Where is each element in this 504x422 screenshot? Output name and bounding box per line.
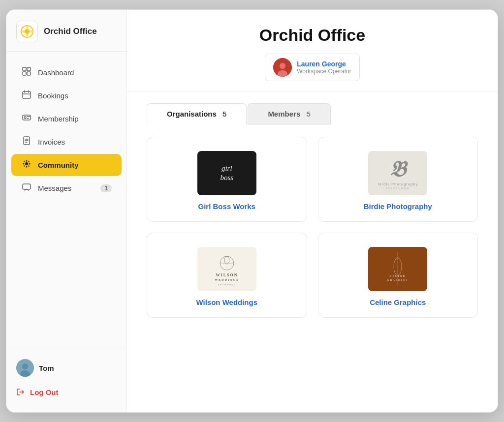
- operator-card[interactable]: Lauren George Workspace Operator: [265, 54, 360, 81]
- tab-organisations-count: 5: [222, 110, 226, 118]
- operator-role: Workspace Operator: [297, 68, 351, 75]
- svg-point-26: [29, 163, 31, 165]
- svg-text:EDINBURGH: EDINBURGH: [218, 283, 236, 286]
- tabs-bar: Organisations 5 Members 5: [147, 103, 478, 125]
- membership-icon: [21, 113, 32, 124]
- messages-icon: [21, 182, 32, 194]
- main-content: Orchid Office Lauren George Workspace Op…: [127, 10, 498, 412]
- svg-point-25: [23, 163, 25, 165]
- sidebar-item-dashboard[interactable]: Dashboard: [11, 61, 122, 84]
- sidebar-item-messages[interactable]: Messages 1: [11, 177, 122, 199]
- membership-label: Membership: [38, 115, 79, 123]
- tab-members[interactable]: Members 5: [248, 103, 330, 125]
- app-window: Orchid Office Dashboard: [6, 9, 498, 413]
- sidebar: Orchid Office Dashboard: [6, 10, 127, 412]
- org-card-celine-graphics[interactable]: CELINE GRAPHICS Celine Graphics: [318, 233, 478, 318]
- community-label: Community: [38, 161, 79, 169]
- org-name-wilson-weddings: Wilson Weddings: [196, 298, 257, 306]
- bookings-label: Bookings: [38, 91, 68, 100]
- operator-name: Lauren George: [297, 60, 351, 68]
- svg-rect-31: [23, 184, 31, 189]
- sidebar-item-bookings[interactable]: Bookings: [11, 85, 122, 107]
- tab-organisations[interactable]: Organisations 5: [147, 103, 247, 125]
- logout-label: Log Out: [30, 388, 58, 396]
- svg-point-22: [25, 162, 28, 165]
- svg-text:WILSON: WILSON: [216, 273, 238, 277]
- svg-point-24: [26, 166, 28, 168]
- org-name-celine-graphics: Celine Graphics: [370, 298, 426, 306]
- dashboard-icon: [21, 67, 32, 78]
- org-name-birdie-photography: Birdie Photography: [364, 202, 432, 211]
- svg-point-15: [24, 117, 26, 119]
- dashboard-label: Dashboard: [38, 68, 74, 77]
- svg-text:GRAPHICS: GRAPHICS: [387, 279, 408, 281]
- bookings-icon: [21, 90, 32, 101]
- svg-text:CELINE: CELINE: [390, 274, 406, 277]
- invoices-icon: [21, 136, 32, 148]
- svg-point-3: [26, 33, 29, 37]
- org-logo-girl-boss-works: girl boss: [197, 151, 256, 195]
- svg-text:EDINBURGH: EDINBURGH: [386, 187, 410, 190]
- svg-point-29: [24, 165, 25, 166]
- main-header: Orchid Office Lauren George Workspace Op…: [127, 10, 498, 91]
- svg-point-5: [29, 30, 32, 33]
- svg-point-28: [28, 161, 29, 162]
- svg-point-33: [22, 363, 28, 369]
- svg-point-30: [28, 165, 29, 166]
- svg-text:Birdie Photography: Birdie Photography: [378, 182, 417, 186]
- messages-badge: 1: [100, 184, 112, 192]
- sidebar-item-invoices[interactable]: Invoices: [11, 131, 122, 153]
- organisations-grid: girl boss Girl Boss Works 𝔅 Birdie Photo…: [127, 125, 498, 332]
- sidebar-logo[interactable]: Orchid Office: [6, 10, 126, 52]
- svg-rect-6: [23, 67, 26, 71]
- sidebar-item-membership[interactable]: Membership: [11, 108, 122, 130]
- page-title: Orchid Office: [259, 26, 365, 45]
- org-logo-celine-graphics: CELINE GRAPHICS: [368, 247, 427, 291]
- sidebar-nav: Dashboard Bookings: [6, 52, 126, 347]
- svg-rect-7: [27, 67, 31, 71]
- sidebar-item-community[interactable]: Community: [11, 154, 122, 176]
- org-card-birdie-photography[interactable]: 𝔅 Birdie Photography EDINBURGH Birdie Ph…: [318, 137, 478, 222]
- operator-info: Lauren George Workspace Operator: [297, 60, 351, 75]
- app-logo-icon: [16, 21, 38, 42]
- community-icon: [21, 159, 32, 171]
- user-profile[interactable]: Tom: [16, 355, 117, 381]
- svg-rect-8: [23, 72, 26, 75]
- svg-point-36: [280, 63, 285, 69]
- user-name: Tom: [39, 364, 54, 372]
- svg-point-23: [26, 160, 28, 162]
- avatar: [16, 359, 34, 377]
- tab-members-label: Members: [268, 110, 300, 118]
- org-card-girl-boss-works[interactable]: girl boss Girl Boss Works: [147, 137, 307, 222]
- org-logo-wilson-weddings: WILSON WEDDINGS EDINBURGH: [197, 247, 256, 291]
- sidebar-app-name: Orchid Office: [44, 27, 97, 36]
- tab-organisations-label: Organisations: [167, 110, 217, 118]
- svg-point-27: [24, 161, 25, 162]
- org-card-wilson-weddings[interactable]: WILSON WEDDINGS EDINBURGH Wilson Wedding…: [147, 233, 307, 318]
- sidebar-bottom: Tom Log Out: [6, 347, 126, 412]
- tab-members-count: 5: [306, 110, 310, 118]
- svg-rect-10: [23, 91, 31, 98]
- svg-rect-9: [27, 72, 31, 75]
- invoices-label: Invoices: [38, 138, 65, 146]
- tabs-area: Organisations 5 Members 5: [127, 91, 498, 125]
- svg-text:𝔅: 𝔅: [389, 157, 409, 181]
- operator-avatar: [273, 58, 292, 77]
- org-name-girl-boss-works: Girl Boss Works: [198, 202, 255, 211]
- svg-text:WEDDINGS: WEDDINGS: [215, 278, 239, 281]
- messages-label: Messages: [38, 184, 71, 192]
- svg-point-2: [26, 26, 29, 30]
- logout-button[interactable]: Log Out: [16, 384, 117, 400]
- svg-point-42: [224, 256, 229, 264]
- svg-point-4: [22, 30, 26, 33]
- org-logo-birdie-photography: 𝔅 Birdie Photography EDINBURGH: [368, 151, 427, 195]
